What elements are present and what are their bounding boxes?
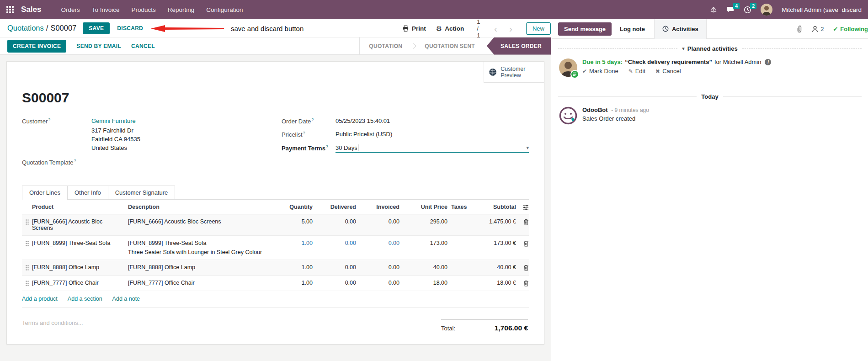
cell-unit-price[interactable]: 40.00 <box>399 264 447 271</box>
order-line-row[interactable]: [FURN_6666] Acoustic Bloc Screens [FURN_… <box>22 214 529 236</box>
cell-product[interactable]: [FURN_8888] Office Lamp <box>32 264 128 271</box>
new-button[interactable]: New <box>526 22 551 35</box>
send-message-button[interactable]: Send message <box>558 22 612 36</box>
cell-unit-price[interactable]: 18.00 <box>399 280 447 286</box>
order-date-value[interactable]: 05/25/2023 15:40:01 <box>335 117 390 125</box>
cell-delivered[interactable]: 0.00 <box>313 264 356 271</box>
caret-down-icon: ▾ <box>682 46 685 52</box>
nav-item-configuration[interactable]: Configuration <box>201 4 248 16</box>
col-header-subtotal[interactable]: Subtotal <box>470 204 516 210</box>
cell-description[interactable]: [FURN_6666] Acoustic Bloc Screens <box>128 218 274 225</box>
nav-item-to-invoice[interactable]: To Invoice <box>87 4 125 16</box>
order-line-row[interactable]: [FURN_7777] Office Chair [FURN_7777] Off… <box>22 276 529 291</box>
cell-quantity[interactable]: 1.00 <box>274 264 313 271</box>
col-header-taxes[interactable]: Taxes <box>447 204 470 210</box>
stage-quotation-sent[interactable]: QUOTATION SENT <box>415 43 484 49</box>
info-icon[interactable]: i <box>765 59 771 65</box>
cell-unit-price[interactable]: 173.00 <box>399 240 447 246</box>
tab-order-lines[interactable]: Order Lines <box>22 186 68 200</box>
cell-unit-price[interactable]: 295.00 <box>399 218 447 225</box>
cell-description[interactable]: [FURN_7777] Office Chair <box>128 280 274 286</box>
delete-row-icon[interactable] <box>523 265 529 271</box>
cell-invoiced[interactable]: 0.00 <box>356 280 399 286</box>
planned-activities-toggle[interactable]: ▾ Planned activities <box>682 45 737 52</box>
delete-row-icon[interactable] <box>523 240 529 247</box>
pager-previous-icon[interactable]: ‹ <box>493 24 498 33</box>
pricelist-value[interactable]: Public Pricelist (USD) <box>335 131 392 138</box>
col-header-invoiced[interactable]: Invoiced <box>356 204 399 210</box>
cell-product[interactable]: [FURN_6666] Acoustic Bloc Screens <box>32 218 128 231</box>
activities-tab[interactable]: Activities <box>654 19 707 39</box>
col-header-description[interactable]: Description <box>128 204 274 210</box>
create-invoice-button[interactable]: CREATE INVOICE <box>7 40 66 53</box>
tab-other-info[interactable]: Other Info <box>67 186 108 199</box>
stage-quotation[interactable]: QUOTATION <box>360 43 411 49</box>
tab-customer-signature[interactable]: Customer Signature <box>108 186 176 199</box>
apps-grid-icon[interactable] <box>6 6 14 13</box>
user-menu[interactable]: Mitchell Admin (save_discard <box>782 6 862 13</box>
sale-order-sheet: Customer Preview S00007 Customer? Gemini… <box>6 61 544 345</box>
order-line-row[interactable]: [FURN_8888] Office Lamp [FURN_8888] Offi… <box>22 260 529 276</box>
add-a-product-link[interactable]: Add a product <box>22 296 58 302</box>
activities-clock-icon[interactable]: 2 <box>744 6 751 14</box>
print-button[interactable]: Print <box>402 25 426 32</box>
nav-item-orders[interactable]: Orders <box>56 4 85 16</box>
following-button[interactable]: ✔ Following <box>833 26 868 32</box>
cell-quantity[interactable]: 1.00 <box>274 240 313 246</box>
delete-row-icon[interactable] <box>523 219 529 225</box>
drag-handle-icon[interactable] <box>26 241 29 246</box>
nav-item-products[interactable]: Products <box>127 4 161 16</box>
cell-quantity[interactable]: 5.00 <box>274 218 313 225</box>
followers-button[interactable]: 2 <box>812 26 824 32</box>
app-name-sales[interactable]: Sales <box>21 5 41 14</box>
attachment-paperclip-icon[interactable] <box>796 25 803 32</box>
drag-handle-icon[interactable] <box>26 219 29 225</box>
cell-description[interactable]: [FURN_8999] Three-Seat Sofa Three Seater… <box>128 240 274 255</box>
cell-delivered[interactable]: 0.00 <box>313 218 356 225</box>
save-button[interactable]: SAVE <box>83 22 110 34</box>
add-a-section-link[interactable]: Add a section <box>68 296 102 302</box>
dropdown-caret-icon[interactable]: ▾ <box>526 145 529 151</box>
odoo-window: Sales Orders To Invoice Products Reporti… <box>0 0 868 361</box>
cell-product[interactable]: [FURN_8999] Three-Seat Sofa <box>32 240 128 246</box>
cell-description[interactable]: [FURN_8888] Office Lamp <box>128 264 274 271</box>
add-a-note-link[interactable]: Add a note <box>112 296 140 302</box>
nav-item-reporting[interactable]: Reporting <box>163 4 200 16</box>
drag-handle-icon[interactable] <box>26 281 29 286</box>
delete-row-icon[interactable] <box>523 280 529 287</box>
messages-icon[interactable]: 4 <box>726 6 735 13</box>
user-avatar[interactable] <box>761 4 772 16</box>
payment-terms-input[interactable]: 30 Days ▾ <box>335 144 529 153</box>
drag-handle-icon[interactable] <box>26 265 29 271</box>
cell-invoiced[interactable]: 0.00 <box>356 240 399 246</box>
cell-invoiced[interactable]: 0.00 <box>356 218 399 225</box>
message-author[interactable]: OdooBot <box>582 106 608 113</box>
col-header-unit-price[interactable]: Unit Price <box>399 204 447 210</box>
col-header-quantity[interactable]: Quantity <box>274 204 313 210</box>
breadcrumb-quotations-link[interactable]: Quotations <box>7 24 44 32</box>
cell-delivered[interactable]: 0.00 <box>313 240 356 246</box>
send-by-email-button[interactable]: SEND BY EMAIL <box>76 43 121 49</box>
terms-and-conditions-placeholder[interactable]: Terms and conditions... <box>22 319 83 332</box>
cell-quantity[interactable]: 1.00 <box>274 280 313 286</box>
stage-sales-order-active[interactable]: SALES ORDER <box>487 37 551 55</box>
action-button[interactable]: ⚙ Action <box>436 25 464 32</box>
customer-link[interactable]: Gemini Furniture <box>91 117 136 124</box>
mark-done-button[interactable]: ✔Mark Done <box>582 68 618 74</box>
message-body: Sales Order created <box>582 115 649 122</box>
cancel-button[interactable]: CANCEL <box>131 43 155 49</box>
cell-product[interactable]: [FURN_7777] Office Chair <box>32 280 128 286</box>
col-header-delivered[interactable]: Delivered <box>313 204 356 210</box>
cell-delivered[interactable]: 0.00 <box>313 280 356 286</box>
pager-next-icon[interactable]: › <box>508 24 513 33</box>
discard-button[interactable]: DISCARD <box>117 25 143 32</box>
customer-preview-button[interactable]: Customer Preview <box>484 62 544 83</box>
log-note-button[interactable]: Log note <box>620 26 645 32</box>
col-header-product[interactable]: Product <box>32 204 128 210</box>
order-line-row[interactable]: [FURN_8999] Three-Seat Sofa [FURN_8999] … <box>22 236 529 260</box>
edit-activity-button[interactable]: ✎Edit <box>628 68 645 74</box>
debug-bug-icon[interactable] <box>710 6 717 13</box>
optional-columns-icon[interactable] <box>522 204 529 211</box>
cell-invoiced[interactable]: 0.00 <box>356 264 399 271</box>
cancel-activity-button[interactable]: ✖Cancel <box>655 68 681 74</box>
